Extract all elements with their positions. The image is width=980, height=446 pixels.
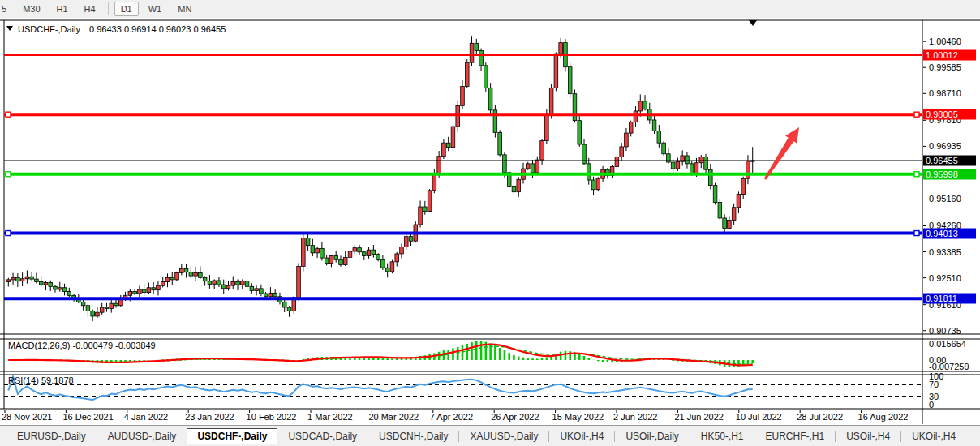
tab-xauusd-daily[interactable]: XAUUSD-,Daily xyxy=(459,428,548,444)
tab-audusd-daily[interactable]: AUDUSD-,Daily xyxy=(97,428,187,444)
candle xyxy=(231,281,235,285)
candle xyxy=(498,132,502,155)
candle xyxy=(105,307,109,308)
candle xyxy=(404,237,408,247)
level-handle[interactable] xyxy=(6,172,11,177)
candle xyxy=(179,268,183,272)
candle xyxy=(255,289,259,291)
candle xyxy=(713,186,717,203)
candle xyxy=(652,120,656,131)
candle xyxy=(287,307,291,311)
candle xyxy=(625,133,629,147)
candle xyxy=(741,178,746,194)
candle xyxy=(138,289,142,294)
candle xyxy=(320,248,325,258)
tab-usdcnh-daily[interactable]: USDCNH-,Daily xyxy=(368,428,458,444)
level-handle[interactable] xyxy=(914,172,919,177)
level-handle[interactable] xyxy=(914,112,919,117)
candle xyxy=(260,289,264,294)
candle xyxy=(54,286,58,289)
candle xyxy=(203,277,207,281)
tab-ukoil-h4[interactable]: UKOil-,H4 xyxy=(901,428,966,444)
candle xyxy=(526,164,530,169)
timeframe-button-W1[interactable]: W1 xyxy=(142,2,169,16)
candle xyxy=(367,250,371,255)
candle xyxy=(67,292,71,296)
candle xyxy=(634,111,638,122)
price-axis-label: 0.99585 xyxy=(929,62,961,72)
candle xyxy=(133,292,137,294)
chart-shift-marker-icon[interactable] xyxy=(749,20,757,26)
candle xyxy=(199,272,203,277)
candle xyxy=(376,255,380,260)
candle xyxy=(709,169,713,185)
candle xyxy=(451,127,455,148)
candle xyxy=(282,302,286,307)
timeframe-button-5[interactable]: 5 xyxy=(0,2,13,16)
macd-axis-label: 0.015654 xyxy=(929,339,966,349)
candle xyxy=(114,303,118,306)
candle xyxy=(165,277,170,281)
date-axis-label: 21 Jun 2022 xyxy=(674,412,724,422)
timeframe-button-H4[interactable]: H4 xyxy=(78,2,102,16)
tab-hk50-h1[interactable]: HK50-,H1 xyxy=(690,428,754,444)
candle xyxy=(638,101,643,111)
candle xyxy=(161,281,165,285)
tab-usdcad-daily[interactable]: USDCAD-,Daily xyxy=(277,428,368,444)
candle xyxy=(306,238,310,246)
candle xyxy=(517,179,521,191)
price-axis-label: 0.98710 xyxy=(929,88,961,98)
tab-ukoil-h4[interactable]: UKOil-,H4 xyxy=(549,428,614,444)
macd-indicator-label: MACD(12,26,9) -0.000479 -0.003849 xyxy=(8,341,156,350)
price-axis-badge: 0.95998 xyxy=(923,169,976,179)
candle xyxy=(699,157,703,162)
candle xyxy=(100,307,104,312)
trend-arrow-annotation[interactable] xyxy=(764,127,799,180)
candle xyxy=(549,88,553,115)
candle xyxy=(302,238,306,267)
date-axis-label: 16 Aug 2022 xyxy=(858,412,909,422)
candle xyxy=(343,257,347,264)
candle xyxy=(465,62,469,86)
candle xyxy=(456,105,460,127)
tab-usoil-daily[interactable]: USOil-,Daily xyxy=(615,428,689,444)
price-axis-badge: 1.00012 xyxy=(923,49,976,60)
timeframe-button-MN[interactable]: MN xyxy=(171,2,198,16)
tab-eurchf-h1[interactable]: EURCHF-,H1 xyxy=(754,428,835,444)
timeframe-button-M30[interactable]: M30 xyxy=(16,2,46,16)
candle xyxy=(662,143,666,154)
candle xyxy=(217,281,221,285)
candle xyxy=(470,43,474,62)
chart-symbol: USDCHF-,Daily xyxy=(18,24,80,34)
candle xyxy=(559,43,563,54)
level-handle[interactable] xyxy=(6,112,11,117)
tab-eurusd-daily[interactable]: EURUSD-,Daily xyxy=(6,428,97,444)
candle xyxy=(91,311,95,316)
timeframe-button-D1[interactable]: D1 xyxy=(114,2,139,16)
candle xyxy=(226,285,230,289)
tab-usoil-h4[interactable]: USOil-,H4 xyxy=(836,428,900,444)
price-axis-label: 0.92510 xyxy=(929,273,961,283)
candlestick-chart[interactable] xyxy=(0,18,980,425)
chart-menu-triangle-icon[interactable] xyxy=(6,26,13,31)
price-axis-label: 1.00460 xyxy=(929,36,961,46)
candle xyxy=(535,160,539,173)
candle xyxy=(221,285,226,289)
chart-area[interactable]: USDCHF-,Daily 0.96433 0.96914 0.96023 0.… xyxy=(0,18,980,425)
tab-usdchf-daily[interactable]: USDCHF-,Daily xyxy=(187,428,277,444)
price-axis-label: 0.93385 xyxy=(929,247,961,257)
timeframe-button-H1[interactable]: H1 xyxy=(50,2,75,16)
price-axis-badge: 0.94013 xyxy=(923,228,976,238)
candle xyxy=(16,277,20,281)
candle xyxy=(213,281,217,284)
timeframe-toolbar: 5M30H1H4D1W1MN xyxy=(0,0,980,19)
candle xyxy=(568,67,572,94)
candle xyxy=(587,164,591,180)
level-handle[interactable] xyxy=(914,231,919,236)
price-axis-badge: 0.98005 xyxy=(923,109,976,120)
level-handle[interactable] xyxy=(6,231,11,236)
chart-window-tabbar: EURUSD-,DailyAUDUSD-,DailyUSDCHF-,DailyU… xyxy=(0,425,980,446)
candle xyxy=(437,157,441,174)
candle xyxy=(423,207,428,212)
candle xyxy=(395,254,399,262)
